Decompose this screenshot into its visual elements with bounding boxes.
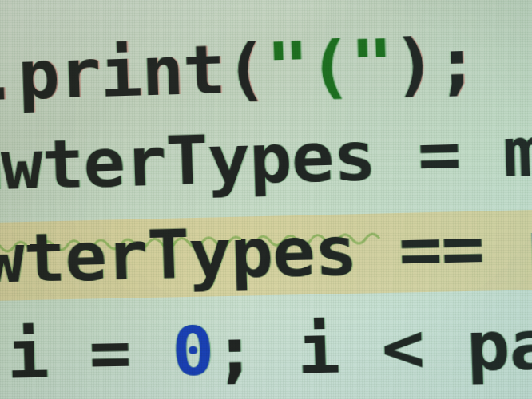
code-line: ramwterTypes = m. bbox=[0, 113, 532, 202]
code-token: ); bbox=[391, 22, 479, 104]
code-token: .print( bbox=[0, 29, 268, 115]
code-token: = bbox=[47, 313, 173, 393]
code-token-number: 0 bbox=[171, 312, 215, 391]
code-token: wterTypes bbox=[0, 211, 400, 298]
code-token: ramwterTypes bbox=[0, 117, 376, 207]
code-viewport: .print("("); ramwterTypes = m. wterTypes… bbox=[0, 22, 532, 399]
code-line-highlighted: wterTypes == null bbox=[0, 206, 532, 305]
code-line: nt i = 0; i < par bbox=[0, 308, 532, 390]
code-token: = m. bbox=[374, 111, 532, 196]
code-token bbox=[482, 207, 528, 287]
code-token: == bbox=[398, 208, 486, 289]
code-token: ; i < par bbox=[212, 305, 532, 390]
code-token-string: "(" bbox=[265, 25, 394, 107]
code-line: .print("("); bbox=[0, 22, 532, 111]
code-token: i bbox=[6, 315, 49, 393]
